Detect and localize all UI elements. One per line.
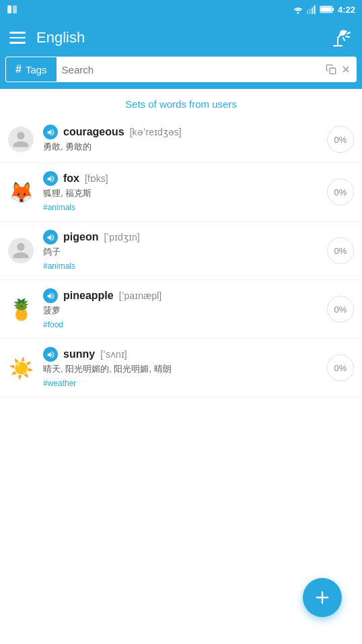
- word-phonetic-fox: [fɒks]: [85, 173, 108, 184]
- word-title-row-sunny: sunny [ˈsʌnɪ]: [43, 347, 319, 362]
- status-bar-left: [7, 5, 17, 14]
- svg-rect-1: [13, 5, 17, 13]
- sound-button-fox[interactable]: [43, 171, 58, 186]
- svg-line-15: [343, 38, 345, 40]
- lamp-icon-button[interactable]: [328, 26, 353, 50]
- sound-button-sunny[interactable]: [43, 347, 58, 362]
- signal-icon: [307, 5, 316, 14]
- copy-search-button[interactable]: [326, 64, 336, 75]
- word-tag-pineapple[interactable]: #food: [43, 320, 63, 329]
- clear-search-button[interactable]: [340, 64, 351, 75]
- word-phonetic-pigeon: [ˈpɪdʒɪn]: [104, 232, 139, 243]
- word-phonetic-pineapple: [ˈpaɪnæpl]: [119, 290, 161, 301]
- word-item-pigeon[interactable]: pigeon [ˈpɪdʒɪn]鸽子#animals0%: [0, 222, 362, 280]
- word-emoji-fox: 🦊: [9, 181, 34, 204]
- status-bar-right: 4:22: [293, 5, 355, 15]
- speaker-icon: [46, 128, 55, 137]
- svg-rect-6: [314, 5, 315, 14]
- avatar-placeholder-courageous: [8, 127, 34, 152]
- word-title-row-pineapple: pineapple [ˈpaɪnæpl]: [43, 288, 319, 303]
- status-bar: 4:22: [0, 0, 362, 19]
- tags-label: Tags: [26, 64, 47, 75]
- word-name-sunny: sunny: [63, 348, 95, 360]
- word-item-pineapple[interactable]: 🍍 pineapple [ˈpaɪnæpl]菠萝#food0%: [0, 280, 362, 339]
- search-input-wrapper: [57, 57, 357, 82]
- hamburger-menu-button[interactable]: [9, 32, 26, 44]
- app-title: English: [36, 29, 318, 46]
- person-icon: [11, 130, 30, 149]
- word-content-sunny: sunny [ˈsʌnɪ]晴天, 阳光明媚的, 阳光明媚, 晴朗#weather: [43, 347, 319, 389]
- word-avatar-pigeon: [7, 236, 35, 265]
- word-percent-pigeon: 0%: [327, 237, 354, 264]
- word-list: courageous [kəˈreɪdʒəs]勇敢, 勇敢的0%🦊 fox [f…: [0, 117, 362, 397]
- word-tag-pigeon[interactable]: #animals: [43, 261, 75, 271]
- word-avatar-fox: 🦊: [7, 178, 35, 206]
- word-title-row-courageous: courageous [kəˈreɪdʒəs]: [43, 125, 319, 139]
- search-bar: # Tags: [0, 57, 362, 89]
- word-avatar-sunny: ☀️: [7, 354, 35, 382]
- word-emoji-sunny: ☀️: [9, 356, 34, 380]
- speaker-icon: [46, 174, 55, 183]
- word-content-pineapple: pineapple [ˈpaɪnæpl]菠萝#food: [43, 288, 319, 330]
- svg-rect-8: [332, 8, 334, 11]
- word-content-pigeon: pigeon [ˈpɪdʒɪn]鸽子#animals: [43, 230, 319, 271]
- add-word-fab[interactable]: [303, 578, 342, 617]
- avatar-placeholder-pigeon: [8, 238, 34, 263]
- app-bar: English: [0, 19, 362, 57]
- tags-button[interactable]: # Tags: [5, 57, 57, 82]
- word-content-courageous: courageous [kəˈreɪdʒəs]勇敢, 勇敢的: [43, 125, 319, 154]
- svg-rect-9: [320, 7, 332, 11]
- svg-rect-16: [330, 68, 336, 74]
- word-item-fox[interactable]: 🦊 fox [fɒks]狐狸, 福克斯#animals0%: [0, 163, 362, 222]
- wifi-icon: [293, 5, 303, 14]
- sim-icon: [7, 5, 17, 14]
- speaker-icon: [46, 350, 55, 359]
- word-name-fox: fox: [63, 172, 79, 185]
- word-percent-fox: 0%: [327, 179, 354, 205]
- word-emoji-pineapple: 🍍: [9, 298, 34, 321]
- word-item-courageous[interactable]: courageous [kəˈreɪdʒəs]勇敢, 勇敢的0%: [0, 117, 362, 163]
- svg-rect-5: [312, 7, 313, 14]
- svg-line-13: [347, 32, 350, 34]
- word-translation-pigeon: 鸽子: [43, 246, 319, 258]
- word-tag-fox[interactable]: #animals: [43, 203, 75, 212]
- search-input[interactable]: [62, 64, 322, 75]
- word-title-row-fox: fox [fɒks]: [43, 171, 319, 186]
- speaker-icon: [46, 233, 55, 242]
- word-tag-sunny[interactable]: #weather: [43, 379, 76, 388]
- clock: 4:22: [338, 5, 355, 15]
- svg-point-2: [297, 11, 299, 13]
- svg-rect-0: [7, 5, 11, 13]
- word-translation-fox: 狐狸, 福克斯: [43, 187, 319, 199]
- word-percent-courageous: 0%: [327, 126, 354, 153]
- svg-rect-3: [307, 10, 308, 14]
- word-phonetic-sunny: [ˈsʌnɪ]: [100, 349, 127, 360]
- word-avatar-pineapple: 🍍: [7, 295, 35, 323]
- section-heading: Sets of words from users: [0, 89, 362, 117]
- svg-rect-4: [309, 9, 310, 14]
- word-name-courageous: courageous: [63, 126, 124, 138]
- battery-icon: [320, 5, 334, 13]
- word-translation-courageous: 勇敢, 勇敢的: [43, 141, 319, 153]
- word-name-pigeon: pigeon: [63, 231, 98, 243]
- word-item-sunny[interactable]: ☀️ sunny [ˈsʌnɪ]晴天, 阳光明媚的, 阳光明媚, 晴朗#weat…: [0, 339, 362, 397]
- sound-button-courageous[interactable]: [43, 125, 58, 139]
- word-translation-pineapple: 菠萝: [43, 304, 319, 317]
- word-title-row-pigeon: pigeon [ˈpɪdʒɪn]: [43, 230, 319, 245]
- person-icon: [11, 241, 30, 260]
- lamp-svg: [328, 26, 353, 50]
- sound-button-pineapple[interactable]: [43, 288, 58, 303]
- sound-button-pigeon[interactable]: [43, 230, 58, 245]
- word-percent-pineapple: 0%: [327, 296, 354, 323]
- word-translation-sunny: 晴天, 阳光明媚的, 阳光明媚, 晴朗: [43, 363, 319, 375]
- word-content-fox: fox [fɒks]狐狸, 福克斯#animals: [43, 171, 319, 213]
- hash-icon: #: [15, 63, 22, 75]
- word-name-pineapple: pineapple: [63, 290, 114, 302]
- word-phonetic-courageous: [kəˈreɪdʒəs]: [130, 127, 182, 137]
- word-avatar-courageous: [7, 125, 35, 154]
- word-percent-sunny: 0%: [327, 354, 354, 381]
- speaker-icon: [46, 292, 55, 300]
- svg-line-14: [346, 36, 349, 37]
